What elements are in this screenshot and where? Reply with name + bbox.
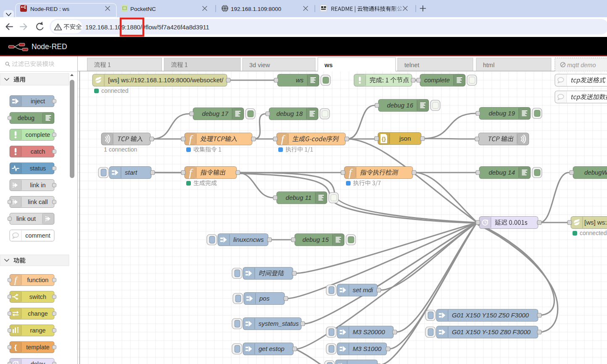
svg-text:G01 X150 Y-150 Z80 F3000: G01 X150 Y-150 Z80 F3000 [452,328,531,335]
svg-text:comment: comment [25,232,50,239]
svg-text:debug 11: debug 11 [286,194,311,201]
svg-text:Node-RED : ws: Node-RED : ws [30,6,69,12]
svg-text:link call: link call [28,199,48,205]
svg-text:start: start [125,169,137,176]
svg-text:3d view: 3d view [249,62,270,68]
svg-text:complete: complete [26,131,50,138]
svg-text:{: { [14,343,17,351]
svg-text:debug 16: debug 16 [387,102,413,109]
svg-text:debug 19: debug 19 [488,110,515,117]
svg-text:debug 17: debug 17 [202,110,228,117]
svg-text:mqtt demo: mqtt demo [567,62,596,68]
svg-text:connected: connected [580,230,607,236]
svg-text:G01 X150 Y150 Z50 F3000: G01 X150 Y150 Z50 F3000 [452,312,529,319]
svg-text:linuxcncws: linuxcncws [233,236,264,243]
svg-text:delay: delay [31,361,45,364]
svg-text:connected: connected [101,87,129,94]
svg-text:inject: inject [31,98,45,105]
svg-text:M3 S20000: M3 S20000 [353,328,385,335]
svg-text:M3 S1000: M3 S1000 [353,345,382,352]
svg-text:PocketNC: PocketNC [130,6,156,12]
svg-text:192.168.1.109:1880/#flow/5f7a4: 192.168.1.109:1880/#flow/5f7a426f4a8d391… [85,24,209,31]
svg-text:template: template [26,344,50,351]
svg-text:debug 14: debug 14 [488,169,515,176]
svg-text:get estop: get estop [259,345,285,352]
svg-text:function: function [27,277,49,283]
svg-text:catch: catch [31,148,45,155]
svg-text:json: json [399,135,411,142]
svg-text:[ws] ws://: [ws] ws:// [584,219,607,226]
svg-text:ws: ws [324,62,333,68]
svg-text:192.168.1.109:8000: 192.168.1.109:8000 [231,6,281,12]
svg-text:M5: M5 [351,362,360,364]
svg-text:switch: switch [29,293,46,300]
svg-text:pos: pos [259,295,270,302]
svg-text:debug: debug [18,115,34,121]
svg-text:ws: ws [296,76,304,84]
svg-text:Node-RED: Node-RED [32,42,67,51]
svg-text:system_status: system_status [259,320,299,327]
svg-text:debug 18: debug 18 [276,110,303,117]
svg-text:link in: link in [30,182,45,189]
svg-text:telnet: telnet [404,62,419,68]
svg-text:change: change [28,310,48,317]
svg-text:1 connection: 1 connection [104,146,137,153]
svg-text:debugWS: debugWS [584,169,607,176]
svg-text:complete: complete [424,76,450,84]
svg-text:range: range [30,327,45,334]
svg-text:status: status [30,165,46,172]
svg-text:link out: link out [16,215,36,222]
svg-text:[ws] ws://192.168.1.109:8000/w: [ws] ws://192.168.1.109:8000/websocket/ [108,76,224,84]
svg-text:set mdi: set mdi [353,286,373,293]
svg-text:html: html [483,62,494,68]
svg-text:{}: {} [382,136,386,142]
svg-text:debug 15: debug 15 [302,236,329,243]
